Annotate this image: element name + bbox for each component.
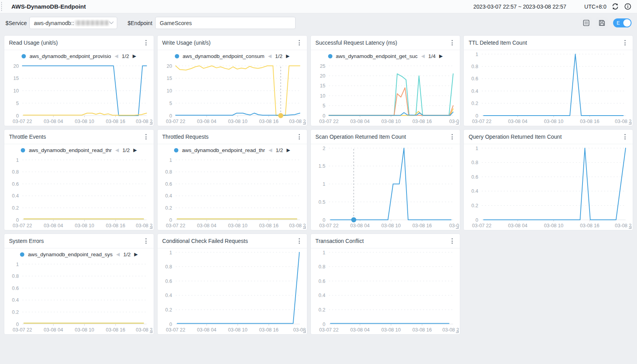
chart-panel: Transaction Conflict 00.20.40.60.8103-07… (310, 234, 461, 335)
edit-toggle-label: E (617, 20, 620, 26)
panel-title: Query Operation Returned Item Count (468, 134, 561, 140)
legend-next-icon[interactable]: ▶ (134, 252, 138, 257)
x-axis-tick-label: 03-08 04 (44, 119, 63, 124)
panel-menu-button[interactable] (143, 132, 149, 141)
chart-legend: aws_dynamodb_endpoint_provisio ◀ 1/2 ▶ (4, 50, 154, 62)
chart-panel: Conditional Check Failed Requests 00.20.… (157, 234, 307, 335)
x-axis-tick-label: 03-08 16 (259, 119, 278, 124)
panel-menu-button[interactable] (449, 38, 455, 47)
x-axis-tick-label: 03-08 10 (228, 223, 247, 228)
x-axis-tick-label: 03-08 10 (544, 223, 563, 228)
floppy-disk-icon (599, 20, 605, 26)
y-axis-tick-label: 0.6 (472, 174, 478, 180)
chart-canvas[interactable]: 0510152003-07 2203-08 0403-08 1003-08 16… (158, 62, 307, 126)
table-view-button[interactable] (580, 17, 592, 29)
chart-canvas[interactable]: 00.511.5203-07 2203-08 0403-08 1003-08 1… (311, 144, 460, 230)
x-axis-tick-label: 03-08 04 (197, 223, 216, 228)
legend-next-icon[interactable]: ▶ (439, 54, 443, 58)
service-select[interactable]: aws-dynamodb:: (29, 17, 117, 29)
panel-resize-handle[interactable] (456, 122, 459, 125)
panel-menu-button[interactable] (296, 237, 302, 245)
legend-prev-icon[interactable]: ◀ (421, 54, 425, 58)
chart-canvas[interactable]: 00.20.40.60.8103-07 2203-08 0403-08 1003… (311, 248, 460, 334)
panel-resize-handle[interactable] (303, 226, 306, 229)
y-axis-tick-label: 0.6 (472, 76, 478, 81)
x-axis-tick-label: 03-07 22 (13, 223, 32, 228)
legend-next-icon[interactable]: ▶ (287, 148, 290, 152)
panel-menu-button[interactable] (449, 237, 455, 245)
panel-resize-handle[interactable] (629, 226, 632, 229)
panel-menu-button[interactable] (296, 38, 302, 47)
line-chart[interactable]: 00.20.40.60.8103-07 2203-08 0403-08 1003… (464, 144, 633, 230)
chart-canvas[interactable]: 00.20.40.60.8103-07 2203-08 0403-08 1003… (464, 50, 633, 126)
panel-menu-button[interactable] (622, 132, 628, 141)
timezone[interactable]: UTC+8:0 (584, 4, 606, 10)
chart-canvas[interactable]: 00.20.40.60.8103-07 2203-08 0403-08 1003… (464, 144, 633, 230)
legend-prev-icon[interactable]: ◀ (268, 54, 271, 58)
save-button[interactable] (596, 17, 608, 29)
legend-prev-icon[interactable]: ◀ (114, 54, 118, 58)
panel-menu-button[interactable] (296, 132, 302, 141)
legend-page-indicator: 1/2 (122, 53, 129, 59)
chart-canvas[interactable]: 00.20.40.60.8103-07 2203-08 0403-08 1003… (4, 156, 154, 230)
x-axis-tick-label: 03-07 22 (166, 119, 185, 124)
line-chart[interactable]: 00.20.40.60.8103-07 2203-08 0403-08 1003… (4, 260, 154, 334)
panel-resize-handle[interactable] (150, 330, 152, 333)
line-chart[interactable]: 0510152003-07 2203-08 0403-08 1003-08 16… (4, 62, 154, 126)
x-axis-tick-label: 03-08 04 (197, 119, 216, 124)
line-chart[interactable]: 00.20.40.60.8103-07 2203-08 0403-08 1003… (464, 50, 633, 126)
line-chart[interactable]: 051015202503-07 2203-08 0403-08 1003-08 … (311, 62, 460, 126)
chart-canvas[interactable]: 00.20.40.60.8103-07 2203-08 0403-08 1003… (158, 248, 307, 334)
legend-next-icon[interactable]: ▶ (133, 148, 137, 152)
y-axis-tick-label: 15 (320, 83, 325, 89)
line-chart[interactable]: 00.20.40.60.8103-07 2203-08 0403-08 1003… (311, 248, 460, 334)
chart-canvas[interactable]: 00.20.40.60.8103-07 2203-08 0403-08 1003… (158, 156, 307, 230)
line-chart[interactable]: 00.20.40.60.8103-07 2203-08 0403-08 1003… (158, 156, 307, 230)
y-axis-tick-label: 0 (323, 217, 325, 223)
chart-panel: System Errors aws_dynamodb_endpoint_read… (4, 234, 154, 335)
panel-resize-handle[interactable] (303, 330, 306, 333)
endpoint-variable-label: $Endpoint (127, 20, 152, 26)
panel-menu-button[interactable] (143, 38, 149, 47)
panel-menu-button[interactable] (449, 132, 455, 141)
endpoint-input[interactable] (155, 17, 296, 29)
x-axis-tick-label: 03-08 16 (106, 327, 125, 333)
toggle-knob (623, 19, 631, 27)
panel-resize-handle[interactable] (456, 226, 459, 229)
panel-resize-handle[interactable] (150, 122, 152, 125)
panel-menu-button[interactable] (622, 38, 628, 47)
y-axis-tick-label: 5 (169, 101, 172, 106)
y-axis-tick-label: 10 (167, 88, 172, 94)
line-chart[interactable]: 0510152003-07 2203-08 0403-08 1003-08 16… (158, 62, 307, 126)
y-axis-tick-label: 1 (323, 250, 325, 255)
series-line-consumed-yellow (24, 113, 147, 115)
panel-resize-handle[interactable] (456, 330, 459, 333)
legend-next-icon[interactable]: ▶ (286, 54, 289, 58)
edit-toggle[interactable]: E (613, 18, 632, 27)
chart-canvas[interactable]: 051015202503-07 2203-08 0403-08 1003-08 … (311, 62, 460, 126)
panel-resize-handle[interactable] (150, 226, 152, 229)
drag-handle[interactable] (1, 2, 3, 12)
legend-prev-icon[interactable]: ◀ (116, 252, 120, 257)
panel-resize-handle[interactable] (303, 122, 306, 125)
line-chart[interactable]: 00.20.40.60.8103-07 2203-08 0403-08 1003… (4, 156, 154, 230)
y-axis-tick-label: 0.4 (165, 293, 172, 298)
legend-prev-icon[interactable]: ◀ (115, 148, 119, 152)
panel-menu-button[interactable] (143, 237, 149, 245)
panel-resize-handle[interactable] (629, 122, 632, 125)
service-select-value: aws-dynamodb:: (34, 20, 74, 26)
line-chart[interactable]: 00.20.40.60.8103-07 2203-08 0403-08 1003… (158, 248, 307, 334)
refresh-icon[interactable] (612, 3, 619, 10)
legend-prev-icon[interactable]: ◀ (269, 148, 272, 152)
redacted-text (75, 20, 109, 25)
legend-next-icon[interactable]: ▶ (132, 54, 136, 58)
panel-title: Write Usage (unit/s) (162, 40, 211, 46)
info-icon[interactable] (624, 3, 632, 10)
chart-canvas[interactable]: 00.20.40.60.8103-07 2203-08 0403-08 1003… (4, 260, 154, 334)
line-chart[interactable]: 00.511.5203-07 2203-08 0403-08 1003-08 1… (311, 144, 460, 230)
series-line-query-blue (484, 148, 626, 220)
chart-canvas[interactable]: 0510152003-07 2203-08 0403-08 1003-08 16… (4, 62, 154, 126)
time-range[interactable]: 2023-03-07 22:57 ~ 2023-03-08 22:57 (474, 4, 566, 10)
y-axis-tick-label: 0.2 (165, 307, 172, 313)
legend-page-indicator: 1/4 (428, 53, 436, 59)
